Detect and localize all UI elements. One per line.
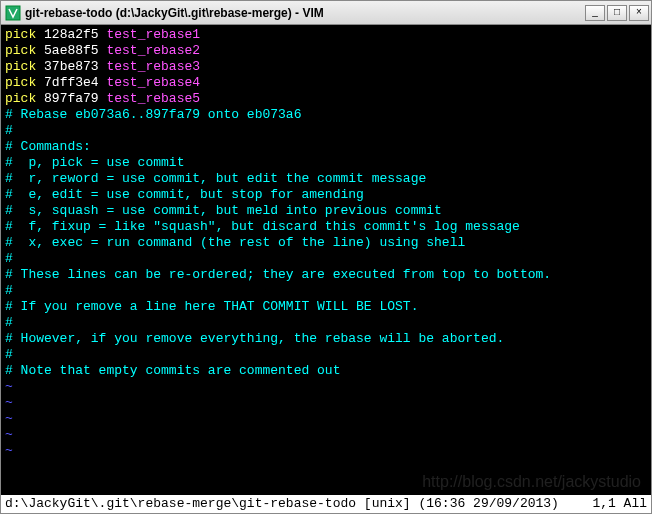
comment-line[interactable]: # s, squash = use commit, but meld into … [5,203,647,219]
editor-area[interactable]: pick 128a2f5 test_rebase1pick 5ae88f5 te… [1,25,651,513]
comment-line[interactable]: # x, exec = run command (the rest of the… [5,235,647,251]
pick-command: pick [5,75,36,90]
tilde-line: ~ [5,395,647,411]
comment-line[interactable]: # Commands: [5,139,647,155]
comment-line[interactable]: # [5,251,647,267]
app-icon [5,5,21,21]
tilde-line: ~ [5,411,647,427]
commit-hash: 897fa79 [44,91,99,106]
pick-line[interactable]: pick 897fa79 test_rebase5 [5,91,647,107]
comment-line[interactable]: # [5,283,647,299]
comment-line[interactable]: # e, edit = use commit, but stop for ame… [5,187,647,203]
comment-line[interactable]: # Note that empty commits are commented … [5,363,647,379]
tilde-line: ~ [5,427,647,443]
commit-message: test_rebase2 [106,43,200,58]
status-file-info: d:\JackyGit\.git\rebase-merge\git-rebase… [5,495,577,513]
tilde-line: ~ [5,443,647,459]
status-cursor-pos: 1,1 All [577,495,647,513]
commit-message: test_rebase1 [106,27,200,42]
comment-line[interactable]: # r, reword = use commit, but edit the c… [5,171,647,187]
comment-line[interactable]: # p, pick = use commit [5,155,647,171]
minimize-button[interactable]: _ [585,5,605,21]
pick-command: pick [5,59,36,74]
commit-message: test_rebase3 [106,59,200,74]
comment-line[interactable]: # These lines can be re-ordered; they ar… [5,267,647,283]
commit-hash: 37be873 [44,59,99,74]
commit-hash: 128a2f5 [44,27,99,42]
pick-command: pick [5,43,36,58]
status-bar: d:\JackyGit\.git\rebase-merge\git-rebase… [1,495,651,513]
window-titlebar: git-rebase-todo (d:\JackyGit\.git\rebase… [1,1,651,25]
comment-line[interactable]: # f, fixup = like "squash", but discard … [5,219,647,235]
pick-line[interactable]: pick 128a2f5 test_rebase1 [5,27,647,43]
close-button[interactable]: × [629,5,649,21]
window-title: git-rebase-todo (d:\JackyGit\.git\rebase… [25,6,585,20]
commit-message: test_rebase5 [106,91,200,106]
comment-line[interactable]: # [5,123,647,139]
tilde-line: ~ [5,379,647,395]
pick-line[interactable]: pick 5ae88f5 test_rebase2 [5,43,647,59]
window-controls: _ □ × [585,5,649,21]
editor-content[interactable]: pick 128a2f5 test_rebase1pick 5ae88f5 te… [1,25,651,495]
comment-line[interactable]: # [5,347,647,363]
pick-command: pick [5,91,36,106]
comment-line[interactable]: # However, if you remove everything, the… [5,331,647,347]
comment-line[interactable]: # [5,315,647,331]
comment-line[interactable]: # Rebase eb073a6..897fa79 onto eb073a6 [5,107,647,123]
commit-hash: 7dff3e4 [44,75,99,90]
pick-line[interactable]: pick 37be873 test_rebase3 [5,59,647,75]
commit-message: test_rebase4 [106,75,200,90]
pick-line[interactable]: pick 7dff3e4 test_rebase4 [5,75,647,91]
pick-command: pick [5,27,36,42]
maximize-button[interactable]: □ [607,5,627,21]
commit-hash: 5ae88f5 [44,43,99,58]
comment-line[interactable]: # If you remove a line here THAT COMMIT … [5,299,647,315]
